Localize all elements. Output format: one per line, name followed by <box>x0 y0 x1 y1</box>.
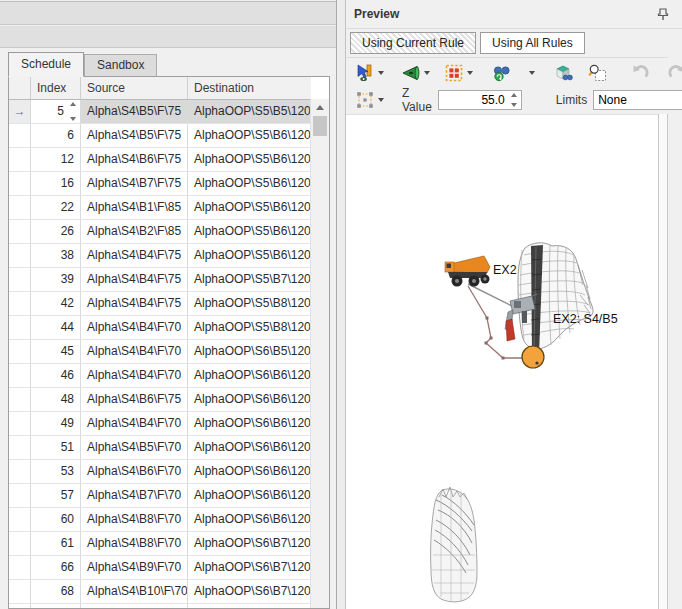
row-destination[interactable]: AlphaOOP\S5\B8\120 <box>188 292 311 315</box>
row-index[interactable]: 48 <box>31 388 81 411</box>
find-refresh-dropdown[interactable] <box>522 69 538 77</box>
viewport-canvas[interactable]: EX2 EX2: S4/B5 <box>346 115 658 609</box>
row-destination[interactable]: AlphaOOP\S5\B6\120 <box>188 244 311 267</box>
table-row[interactable]: 48 Alpha\S4\B6\F\75 AlphaOOP\S6\B6\120 <box>9 388 311 412</box>
row-index[interactable]: 49 <box>31 412 81 435</box>
scrollbar-thumb[interactable] <box>313 116 327 136</box>
row-source[interactable]: Alpha\S4\B9\F\70 <box>81 556 188 579</box>
row-destination[interactable]: AlphaOOP\S6\B6\120 <box>188 460 311 483</box>
viewport-scrollbar[interactable] <box>658 114 668 609</box>
table-row[interactable]: 61 Alpha\S4\B8\F\70 AlphaOOP\S6\B7\120 <box>9 532 311 556</box>
row-source[interactable]: Alpha\S4\B4\F\75 <box>81 292 188 315</box>
table-row[interactable]: 49 Alpha\S4\B4\F\70 AlphaOOP\S6\B6\120 <box>9 412 311 436</box>
row-destination[interactable]: AlphaOOP\S5\B7\120 <box>188 268 311 291</box>
row-destination[interactable]: AlphaOOP\S6\B7\120 <box>188 580 311 603</box>
table-row[interactable]: 66 Alpha\S4\B9\F\70 AlphaOOP\S6\B7\120 <box>9 556 311 580</box>
z-value-spinner[interactable] <box>510 93 519 107</box>
row-index[interactable]: 71 <box>31 604 81 609</box>
row-index[interactable]: 42 <box>31 292 81 315</box>
row-destination[interactable]: AlphaOOP\S5\B6\120 <box>188 124 311 147</box>
row-destination[interactable]: AlphaOOP\S6\B7\120 <box>188 532 311 555</box>
index-spinner[interactable] <box>67 102 78 121</box>
row-source[interactable]: Alpha\S4\B5\F\75 <box>81 124 188 147</box>
table-row[interactable]: 26 Alpha\S4\B2\F\85 AlphaOOP\S5\B6\120 <box>9 220 311 244</box>
row-index[interactable]: 61 <box>31 532 81 555</box>
row-index[interactable]: 6 <box>31 124 81 147</box>
row-destination[interactable]: AlphaOOP\S6\B7\120 <box>188 604 311 609</box>
row-source[interactable]: Alpha\S4\B4\F\75 <box>81 268 188 291</box>
view-cone-button[interactable] <box>399 62 433 84</box>
row-index[interactable]: 5 <box>31 100 81 123</box>
row-index[interactable]: 60 <box>31 508 81 531</box>
snap-grid-button[interactable] <box>353 89 387 111</box>
row-index[interactable]: 66 <box>31 556 81 579</box>
row-source[interactable]: Alpha\S4\B1\F\85 <box>81 196 188 219</box>
table-row[interactable]: 46 Alpha\S4\B4\F\70 AlphaOOP\S6\B6\120 <box>9 364 311 388</box>
row-index[interactable]: 22 <box>31 196 81 219</box>
row-destination[interactable]: AlphaOOP\S6\B6\120 <box>188 436 311 459</box>
row-source[interactable]: Alpha\S4\B8\F\70 <box>81 508 188 531</box>
table-scrollbar[interactable] <box>310 99 329 608</box>
zoom-region-button[interactable] <box>585 62 610 84</box>
redo-button[interactable] <box>663 61 682 85</box>
table-row[interactable]: 42 Alpha\S4\B4\F\75 AlphaOOP\S5\B8\120 <box>9 292 311 316</box>
row-index[interactable]: 57 <box>31 484 81 507</box>
column-header-index[interactable]: Index <box>31 77 81 99</box>
table-row[interactable]: 57 Alpha\S4\B7\F\70 AlphaOOP\S6\B6\120 <box>9 484 311 508</box>
cube-search-button[interactable] <box>551 62 576 84</box>
row-destination[interactable]: AlphaOOP\S6\B6\120 <box>188 412 311 435</box>
table-row[interactable]: → 5 Alpha\S4\B5\F\75 AlphaOOP\S5\B5\120 <box>9 100 311 124</box>
row-source[interactable]: Alpha\S4\B10\F\70 <box>81 580 188 603</box>
row-destination[interactable]: AlphaOOP\S5\B6\120 <box>188 220 311 243</box>
row-index[interactable]: 46 <box>31 364 81 387</box>
column-header-destination[interactable]: Destination <box>188 77 311 99</box>
row-source[interactable]: Alpha\S4\B4\F\70 <box>81 340 188 363</box>
tab-sandbox[interactable]: Sandbox <box>84 54 157 76</box>
row-destination[interactable]: AlphaOOP\S5\B6\120 <box>188 148 311 171</box>
table-row[interactable]: 6 Alpha\S4\B5\F\75 AlphaOOP\S5\B6\120 <box>9 124 311 148</box>
using-all-rules-button[interactable]: Using All Rules <box>480 32 585 54</box>
block-selection-button[interactable] <box>442 62 476 84</box>
limits-input[interactable] <box>593 90 682 110</box>
scrollbar-up-button[interactable] <box>311 99 329 115</box>
row-index[interactable]: 16 <box>31 172 81 195</box>
row-index[interactable]: 12 <box>31 148 81 171</box>
row-index[interactable]: 51 <box>31 436 81 459</box>
undo-button[interactable] <box>628 61 654 85</box>
panel-splitter[interactable] <box>336 0 346 609</box>
row-index[interactable]: 45 <box>31 340 81 363</box>
table-row[interactable]: 60 Alpha\S4\B8\F\70 AlphaOOP\S6\B6\120 <box>9 508 311 532</box>
table-row[interactable]: 44 Alpha\S4\B4\F\70 AlphaOOP\S5\B8\120 <box>9 316 311 340</box>
row-index[interactable]: 53 <box>31 460 81 483</box>
row-destination[interactable]: AlphaOOP\S6\B6\120 <box>188 484 311 507</box>
table-row[interactable]: 39 Alpha\S4\B4\F\75 AlphaOOP\S5\B7\120 <box>9 268 311 292</box>
row-index[interactable]: 39 <box>31 268 81 291</box>
row-source[interactable]: Alpha\S4\B11\F\70 <box>81 604 188 609</box>
index-spinner-up[interactable] <box>70 102 76 106</box>
row-destination[interactable]: AlphaOOP\S6\B5\120 <box>188 340 311 363</box>
table-row[interactable]: 38 Alpha\S4\B4\F\75 AlphaOOP\S5\B6\120 <box>9 244 311 268</box>
pin-icon[interactable] <box>656 7 670 21</box>
row-source[interactable]: Alpha\S4\B6\F\75 <box>81 148 188 171</box>
row-destination[interactable]: AlphaOOP\S6\B7\120 <box>188 556 311 579</box>
column-header-source[interactable]: Source <box>81 77 188 99</box>
row-source[interactable]: Alpha\S4\B6\F\75 <box>81 388 188 411</box>
row-source[interactable]: Alpha\S4\B6\F\70 <box>81 460 188 483</box>
row-source[interactable]: Alpha\S4\B4\F\75 <box>81 244 188 267</box>
table-row[interactable]: 51 Alpha\S4\B5\F\70 AlphaOOP\S6\B6\120 <box>9 436 311 460</box>
row-source[interactable]: Alpha\S4\B5\F\75 <box>81 100 188 123</box>
row-source[interactable]: Alpha\S4\B8\F\70 <box>81 532 188 555</box>
tab-schedule[interactable]: Schedule <box>8 52 84 77</box>
using-current-rule-button[interactable]: Using Current Rule <box>350 32 476 54</box>
select-tool-button[interactable] <box>353 62 387 84</box>
row-source[interactable]: Alpha\S4\B7\F\75 <box>81 172 188 195</box>
row-index[interactable]: 44 <box>31 316 81 339</box>
row-source[interactable]: Alpha\S4\B5\F\70 <box>81 436 188 459</box>
find-refresh-button[interactable] <box>489 62 515 84</box>
row-destination[interactable]: AlphaOOP\S6\B6\120 <box>188 508 311 531</box>
row-index[interactable]: 26 <box>31 220 81 243</box>
row-source[interactable]: Alpha\S4\B7\F\70 <box>81 484 188 507</box>
row-index[interactable]: 38 <box>31 244 81 267</box>
row-source[interactable]: Alpha\S4\B2\F\85 <box>81 220 188 243</box>
row-index[interactable]: 68 <box>31 580 81 603</box>
